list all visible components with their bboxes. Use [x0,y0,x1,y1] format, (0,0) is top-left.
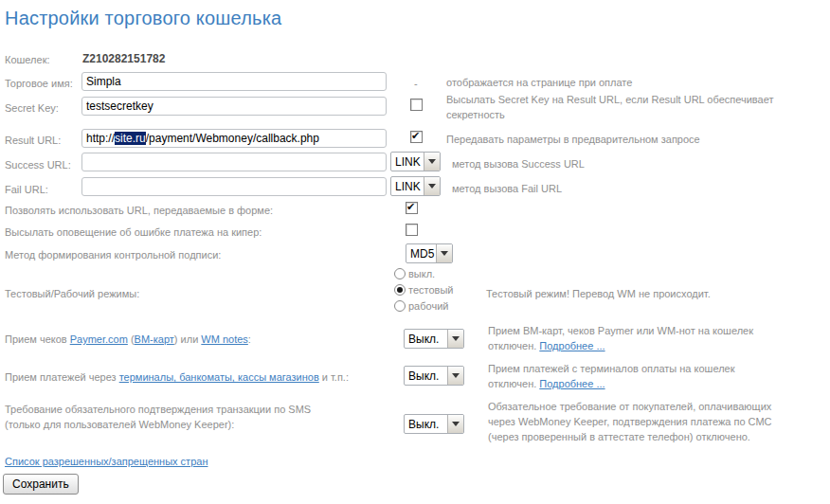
allow-form-urls-checkbox[interactable] [406,202,418,214]
secret-key-input[interactable] [81,97,387,116]
sign-method-value: MD5 [406,247,434,261]
wm-cards-link[interactable]: ВМ-карт [135,333,174,345]
sign-method-label: Метод формирования контрольной подписи: [5,248,221,261]
paymer-desc: Прием ВМ-карт, чеков Paymer или WM-нот н… [488,323,753,353]
paymer-desc-line2: отключен. [488,340,539,351]
sms-label-line1: Требование обязательного подтверждения т… [5,404,311,415]
sms-desc-line2: через WebMoney Keeper, подтверждения пла… [488,416,772,427]
page-title: Настройки торгового кошелька [5,8,281,29]
sms-label-line2: (только для пользователей WebMoney Keepe… [5,419,234,430]
error-notify-checkbox[interactable] [406,224,418,236]
sms-desc-line3: (через проверенный в аттестате телефон) … [488,431,750,442]
merchant-wallet-settings-page: Настройки торгового кошелька Кошелек: Z2… [0,0,830,504]
dropdown-arrow-icon [424,177,440,195]
success-url-label: Success URL: [5,158,71,171]
success-url-method-select[interactable]: LINK [390,152,441,171]
mode-label: Тестовый/Рабочий режимы: [5,287,139,300]
error-notify-label: Высылать оповещение об ошибке платежа на… [5,225,262,239]
secret-key-checkbox[interactable] [410,99,423,111]
success-url-desc: метод вызова Success URL [452,156,585,171]
radio-icon [394,268,406,279]
terminals-label-pre: Прием платежей через [5,371,119,383]
result-url-input[interactable]: http://site.ru/payment/Webmoney/callback… [81,129,387,148]
terminals-label-post: и т.п.: [319,371,349,383]
save-button[interactable]: Сохранить [3,474,79,495]
terminals-select[interactable]: Выкл. [404,366,464,386]
secret-key-desc-line1: Высылать Secret Key на Result URL, если … [446,94,773,105]
terminals-label: Прием платежей через терминалы, банкомат… [5,370,349,384]
countries-list-link[interactable]: Список разрешенных/запрещенных стран [5,456,208,467]
dropdown-arrow-icon [447,415,463,433]
terminals-select-value: Выкл. [405,369,439,383]
terminals-link[interactable]: терминалы, банкоматы, кассы магазинов [119,371,319,383]
dropdown-arrow-icon [447,367,463,385]
terminals-more-link[interactable]: Подробнее ... [539,378,604,389]
dropdown-arrow-icon [424,153,440,171]
mode-radio-off[interactable]: выкл. [394,268,435,279]
allow-form-urls-label: Позволять использовать URL, передаваемые… [5,204,273,217]
paymer-select[interactable]: Выкл. [404,329,464,349]
sms-desc-line1: Обязательное требование от покупателей, … [488,401,771,412]
trade-name-separator: - [414,77,418,90]
result-url-desc: Передавать параметры в предварительном з… [446,132,700,147]
paymer-label-mid1: ( [128,333,135,345]
wallet-label: Кошелек: [5,53,50,66]
wallet-number: Z210282151782 [82,52,165,65]
mode-radio-test[interactable]: тестовый [394,284,453,296]
radio-icon [394,284,406,296]
paymer-more-link[interactable]: Подробнее ... [539,340,604,351]
mode-radio-test-label: тестовый [408,284,453,296]
fail-url-desc: метод вызова Fail URL [452,181,562,196]
secret-key-label: Secret Key: [5,101,59,115]
radio-icon [394,300,406,312]
paymer-label-pre: Прием чеков [5,333,70,345]
sms-label: Требование обязательного подтверждения т… [5,402,311,432]
sms-select-value: Выкл. [405,418,439,431]
dropdown-arrow-icon [447,330,463,348]
paymer-select-value: Выкл. [405,333,439,346]
terminals-desc-line1: Прием платежей с терминалов оплаты на ко… [488,363,735,374]
paymer-desc-line1: Прием ВМ-карт, чеков Paymer или WM-нот н… [488,325,753,336]
mode-radio-work[interactable]: рабочий [394,300,448,312]
mode-note: Тестовый режим! Перевод WM не происходит… [486,286,711,301]
mode-radio-work-label: рабочий [408,300,448,312]
paymer-label: Прием чеков Paymer.com (ВМ-карт) или WM … [5,333,251,346]
paymer-label-mid2: ) или [174,333,201,345]
result-url-checkbox[interactable] [410,131,423,143]
trade-name-input[interactable] [81,72,387,91]
fail-url-method-value: LINK [391,180,421,193]
result-url-selected-text: site.ru [115,132,146,145]
paymer-com-link[interactable]: Paymer.com [70,333,128,345]
dropdown-arrow-icon [436,244,452,262]
trade-name-label: Торговое имя: [5,77,73,90]
sign-method-select[interactable]: MD5 [406,243,453,263]
fail-url-label: Fail URL: [5,183,48,196]
result-url-label: Result URL: [5,134,61,147]
success-url-input[interactable] [81,153,387,171]
success-url-method-value: LINK [391,155,421,169]
secret-key-desc: Высылать Secret Key на Result URL, если … [446,92,773,122]
secret-key-desc-line2: секретность [446,109,505,120]
fail-url-input[interactable] [81,177,387,196]
trade-name-desc: отображается на странице при оплате [446,75,632,90]
wm-notes-link[interactable]: WM notes [201,333,248,345]
terminals-desc: Прием платежей с терминалов оплаты на ко… [488,361,735,391]
result-url-suffix: /payment/Webmoney/callback.php [146,132,319,145]
result-url-prefix: http:// [86,132,115,145]
mode-radio-off-label: выкл. [408,268,435,279]
fail-url-method-select[interactable]: LINK [390,176,441,196]
terminals-desc-line2: отключен. [488,378,539,389]
sms-select[interactable]: Выкл. [404,414,464,434]
paymer-label-post: : [248,333,251,345]
sms-desc: Обязательное требование от покупателей, … [488,399,772,444]
